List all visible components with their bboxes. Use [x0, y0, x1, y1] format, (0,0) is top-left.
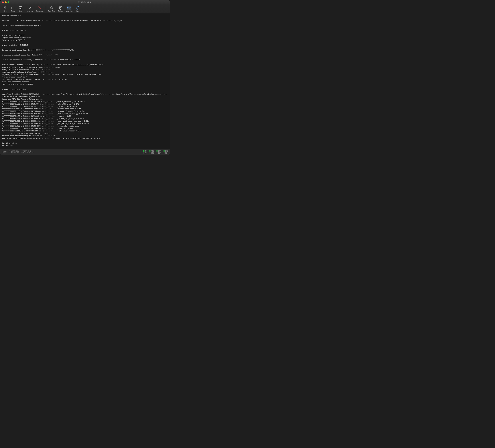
tx-indicator: TX [143, 150, 147, 152]
ri-led [164, 152, 165, 154]
svg-point-7 [60, 7, 61, 8]
clear-button[interactable]: Clear Data [47, 5, 56, 13]
help-button[interactable]: Help [74, 5, 82, 13]
ri-indicator: RI [164, 152, 168, 154]
clear-icon [49, 6, 54, 10]
status-bar: usbserial-AG0JH66B / 115200 8-N-1 Connec… [0, 149, 170, 155]
dsr-indicator: DSR [156, 152, 161, 154]
open-icon [11, 6, 15, 10]
options-icon [58, 6, 63, 10]
svg-point-8 [76, 6, 79, 9]
rts-indicator: RTS [149, 150, 154, 152]
window: X299-Serial.stc New Open [0, 0, 170, 155]
viewhex-button[interactable]: HEX View Hex [65, 5, 74, 13]
viewhex-icon: HEX [67, 6, 71, 10]
options-label: Options [58, 10, 63, 12]
rx-label: RX [145, 152, 147, 154]
dcd-led [164, 150, 165, 152]
open-button[interactable]: Open [9, 5, 16, 13]
help-label: Help [76, 10, 79, 12]
tx-rx-group: TX RX [143, 150, 147, 154]
traffic-lights [2, 1, 9, 3]
toolbar-separator-1 [25, 6, 25, 12]
status-left: usbserial-AG0JH66B / 115200 8-N-1 Connec… [2, 150, 35, 154]
dsr-label: DSR [158, 152, 161, 154]
connect-label: Connect [27, 10, 33, 12]
dtr-label: DTR [158, 150, 161, 152]
cts-led [149, 152, 151, 154]
new-icon [3, 6, 7, 10]
disconnect-icon [38, 6, 42, 10]
viewhex-label: View Hex [66, 10, 72, 12]
ri-label: RI [165, 152, 167, 154]
dtr-dsr-group: DTR DSR [156, 150, 161, 154]
connect-button[interactable]: Connect [26, 5, 34, 13]
rx-led [143, 152, 144, 154]
dtr-indicator: DTR [156, 150, 161, 152]
rx-indicator: RX [143, 152, 147, 154]
connection-stats: Connected 00:42:48, 262925 / 0 bytes [2, 152, 35, 154]
terminal-output: version_variant = 0 version = Darwin Ker… [0, 13, 170, 149]
status-indicators: TX RX RTS CTS [143, 150, 168, 154]
rts-led [149, 150, 151, 152]
disconnect-button[interactable]: Disconnect [35, 5, 44, 13]
dcd-label: DCD [165, 150, 168, 152]
svg-rect-3 [19, 8, 21, 9]
maximize-button[interactable] [8, 1, 9, 3]
rts-cts-group: RTS CTS [149, 150, 154, 154]
disconnect-label: Disconnect [36, 10, 43, 12]
options-button[interactable]: Options [57, 5, 65, 13]
cts-indicator: CTS [149, 152, 154, 154]
dtr-led [156, 150, 158, 152]
rts-label: RTS [151, 150, 154, 152]
toolbar: New Open Save [0, 4, 170, 13]
terminal-text: version_variant = 0 version = Darwin Ker… [2, 14, 168, 149]
window-title: X299-Serial.stc [78, 1, 92, 3]
close-button[interactable] [2, 1, 4, 3]
svg-rect-2 [20, 6, 21, 7]
new-label: New [3, 10, 7, 12]
connection-info: usbserial-AG0JH66B / 115200 8-N-1 [2, 150, 35, 152]
svg-rect-0 [4, 6, 6, 9]
dcd-indicator: DCD [164, 150, 168, 152]
minimize-button[interactable] [5, 1, 7, 3]
tx-label: TX [145, 150, 147, 152]
title-bar: X299-Serial.stc [0, 0, 170, 4]
save-label: Save [19, 10, 22, 12]
help-icon [76, 6, 80, 10]
save-button[interactable]: Save [17, 5, 24, 13]
dsr-led [156, 152, 158, 154]
save-icon [18, 6, 23, 10]
cts-label: CTS [151, 152, 154, 154]
clear-label: Clear Data [48, 10, 55, 12]
tx-led [143, 150, 144, 152]
dcd-ri-group: DCD RI [164, 150, 168, 154]
new-button[interactable]: New [1, 5, 9, 13]
connect-icon [28, 6, 32, 10]
open-label: Open [11, 10, 14, 12]
svg-point-4 [30, 7, 31, 8]
